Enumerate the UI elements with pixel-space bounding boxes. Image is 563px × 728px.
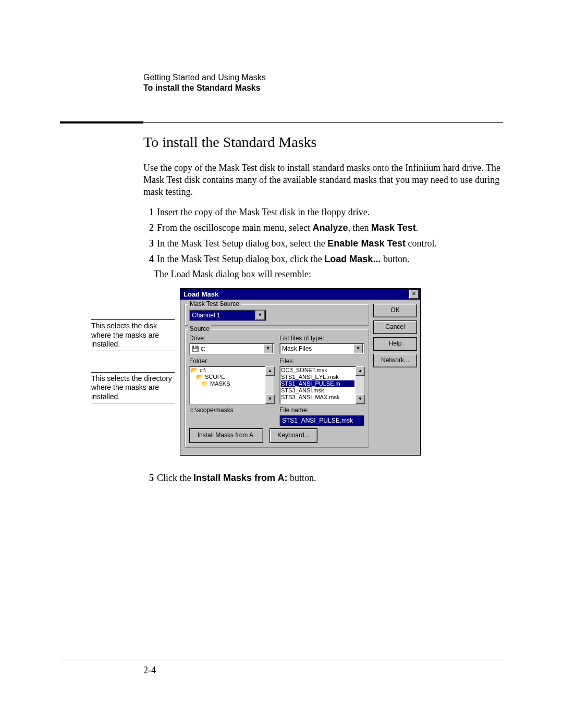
filename-input[interactable]: STS1_ANSI_PULSE.msk — [279, 415, 364, 426]
step-4-text-a: In the Mask Test Setup dialog box, click… — [157, 254, 324, 264]
footer-rule — [60, 660, 503, 660]
filetype-value: Mask Files — [282, 345, 353, 352]
network-button[interactable]: Network... — [373, 354, 417, 367]
step-4: 4In the Mask Test Setup dialog box, clic… — [143, 252, 503, 266]
file-item[interactable]: STS3_ANSI_MAX.msk — [281, 394, 354, 401]
chevron-down-icon[interactable]: ▼ — [353, 344, 363, 353]
step-4-note: The Load Mask dialog box will resemble: — [154, 269, 503, 280]
filename-value: STS1_ANSI_PULSE.msk — [282, 417, 353, 424]
filetype-dropdown[interactable]: Mask Files ▼ — [279, 343, 364, 354]
document-page: Getting Started and Using Masks To insta… — [0, 0, 563, 728]
step-2-bold-masktest: Mask Test — [371, 223, 416, 233]
source-group-label: Source — [188, 325, 211, 332]
file-item[interactable]: STS1_ANSI_EYE.msk — [281, 374, 354, 380]
files-scrollbar[interactable]: ▲ ▼ — [356, 366, 364, 404]
step-5-text-a: Click the — [157, 473, 193, 483]
running-header-section: To install the Standard Masks — [143, 83, 503, 93]
drive-label: Drive: — [189, 335, 274, 342]
section-rule — [60, 121, 503, 124]
step-4-text-b: button. — [381, 254, 409, 264]
keyboard-button[interactable]: Keyboard... — [270, 428, 317, 443]
folder-label: Folder: — [189, 357, 274, 365]
step-2-bold-analyze: Analyze — [312, 223, 348, 233]
folder-listbox[interactable]: c:\ SCOPE MASKS ▲ ▼ — [189, 366, 274, 404]
file-item[interactable]: OC3_SONET.msk — [281, 367, 354, 374]
figure-row: This selects the disk where the masks ar… — [91, 288, 503, 455]
step-2: 2From the oscilloscope main menu, select… — [143, 221, 503, 235]
scroll-down-icon[interactable]: ▼ — [265, 394, 275, 404]
callout-folder: This selects the directory where the mas… — [91, 372, 175, 404]
folder-item-scope[interactable]: SCOPE — [191, 374, 264, 380]
ok-button[interactable]: OK — [373, 304, 417, 317]
step-2-text-a: From the oscilloscope main menu, select — [157, 223, 312, 233]
folder-scrollbar[interactable]: ▲ ▼ — [265, 366, 274, 404]
running-header-chapter: Getting Started and Using Masks — [143, 73, 503, 82]
chevron-down-icon[interactable]: ▼ — [263, 344, 273, 353]
scroll-up-icon[interactable]: ▲ — [265, 366, 275, 376]
callout-drive: This selects the disk where the masks ar… — [91, 319, 175, 351]
step-5-bold: Install Masks from A: — [193, 473, 287, 483]
callouts-column: This selects the disk where the masks ar… — [91, 288, 180, 455]
folder-item-masks[interactable]: MASKS — [191, 380, 264, 387]
drive-value: c: — [192, 345, 263, 352]
mask-test-source-group: Mask Test Source Channel 1 ▼ — [185, 304, 369, 326]
chevron-down-icon[interactable]: ▼ — [255, 311, 265, 320]
step-3: 3In the Mask Test Setup dialog box, sele… — [143, 237, 503, 250]
step-2-text-c: . — [416, 223, 419, 233]
folder-item-root[interactable]: c:\ — [191, 367, 264, 374]
section-title: To install the Standard Masks — [143, 134, 503, 151]
source-group: Source Drive: c: ▼ — [185, 329, 369, 448]
cancel-button[interactable]: Cancel — [373, 320, 417, 334]
dialog-titlebar[interactable]: Load Mask × — [180, 289, 420, 300]
steps-list-continued: 5Click the Install Masks from A: button. — [143, 471, 503, 485]
page-number: 2-4 — [143, 665, 156, 676]
install-masks-button[interactable]: Install Masks from A: — [189, 428, 263, 443]
step-3-bold: Enable Mask Test — [327, 238, 406, 249]
files-listbox[interactable]: OC3_SONET.msk STS1_ANSI_EYE.msk STS1_ANS… — [279, 366, 364, 404]
scroll-up-icon[interactable]: ▲ — [356, 366, 365, 376]
steps-list: 1Insert the copy of the Mask Test disk i… — [143, 205, 503, 266]
mask-test-source-label: Mask Test Source — [188, 300, 241, 307]
step-1-text: Insert the copy of the Mask Test disk in… — [157, 207, 370, 217]
main-content: To install the Standard Masks Use the co… — [143, 124, 503, 485]
step-2-text-b: , then — [348, 223, 371, 233]
file-item[interactable]: STS3_ANSI.msk — [281, 387, 354, 394]
current-path: c:\scope\masks — [190, 406, 274, 414]
file-item-selected[interactable]: STS1_ANSI_PULSE.m — [281, 380, 354, 387]
dialog-title: Load Mask — [183, 290, 218, 298]
drive-dropdown[interactable]: c: ▼ — [189, 343, 274, 354]
help-button[interactable]: Help — [373, 337, 417, 351]
intro-paragraph: Use the copy of the Mask Test disk to in… — [143, 162, 503, 198]
step-5: 5Click the Install Masks from A: button. — [143, 471, 503, 485]
files-label: Files: — [279, 357, 364, 365]
channel-value: Channel 1 — [192, 312, 255, 319]
channel-dropdown[interactable]: Channel 1 ▼ — [189, 310, 266, 321]
step-4-bold: Load Mask... — [324, 254, 381, 264]
close-button[interactable]: × — [409, 290, 419, 299]
step-3-text-b: control. — [406, 238, 437, 249]
step-1: 1Insert the copy of the Mask Test disk i… — [143, 205, 503, 219]
load-mask-dialog: Load Mask × Mask Test Source Channel 1 ▼ — [180, 288, 421, 455]
scroll-down-icon[interactable]: ▼ — [356, 394, 365, 404]
step-3-text-a: In the Mask Test Setup dialog box, selec… — [157, 238, 327, 249]
filename-label: File name: — [279, 406, 364, 414]
step-5-text-b: button. — [287, 473, 316, 483]
filetype-label: List files of type: — [279, 335, 364, 342]
